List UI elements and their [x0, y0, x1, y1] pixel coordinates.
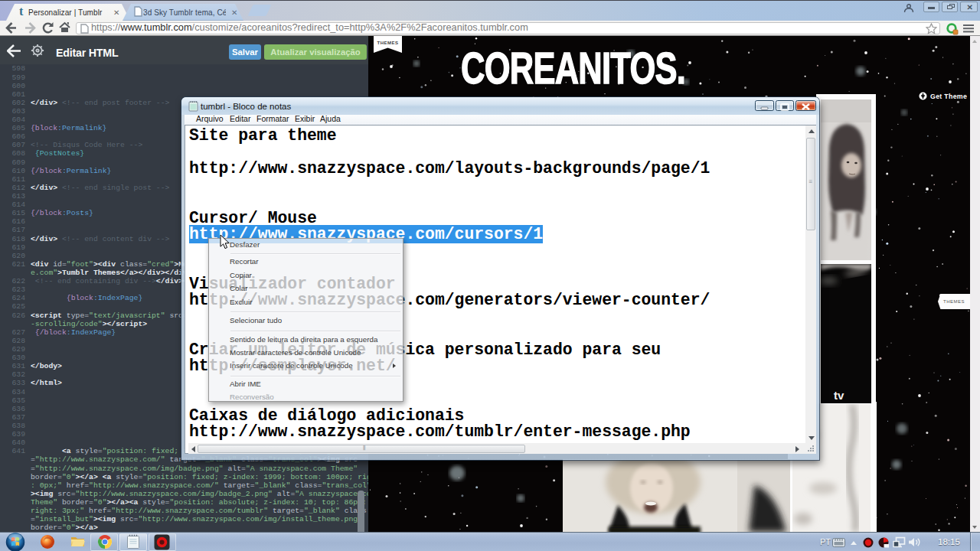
svg-text:tv: tv [834, 389, 844, 402]
